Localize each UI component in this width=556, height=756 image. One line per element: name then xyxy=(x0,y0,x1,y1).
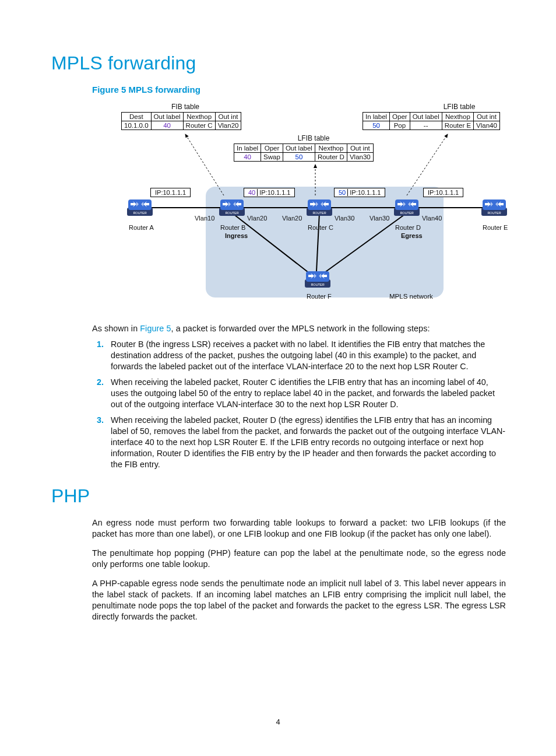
php-para-1: An egress node must perform two forwardi… xyxy=(92,517,506,540)
packet-ip: IP:10.1.1.1 xyxy=(426,189,460,196)
packet-b: 40 IP:10.1.1.1 xyxy=(244,188,295,197)
cell: Out int xyxy=(347,144,373,153)
cell: 10.1.0.0 xyxy=(122,121,152,130)
packet-label: 50 xyxy=(337,189,348,196)
cell: Vlan20 xyxy=(215,121,241,130)
packet-ip: IP:10.1.1.1 xyxy=(153,189,188,196)
figure-mpls-forwarding: FIB table LFIB table LFIB table Dest Out… xyxy=(75,99,506,315)
step-3: When receiving the labeled packet, Route… xyxy=(106,415,506,470)
heading-mpls-forwarding: MPLS forwarding xyxy=(51,52,506,74)
cell: Nexthop xyxy=(315,144,347,153)
step-1: Router B (the ingress LSR) receives a pa… xyxy=(106,339,506,372)
packet-ip: IP:10.1.1.1 xyxy=(348,189,382,196)
lfib-c-table: In label Oper Out label Nexthop Out int … xyxy=(234,144,374,162)
router-b-role: Ingress xyxy=(225,232,248,239)
cell: 40 xyxy=(234,153,261,162)
lfib-c-title: LFIB table xyxy=(284,134,343,142)
router-f-label: Router F xyxy=(307,293,332,300)
port-d-out: Vlan40 xyxy=(422,215,442,222)
page-number: 4 xyxy=(0,718,556,726)
router-d-label: Router D xyxy=(395,224,421,231)
mpls-network-label: MPLS network xyxy=(389,293,433,300)
port-d-in: Vlan30 xyxy=(370,215,389,222)
cell: Vlan30 xyxy=(347,153,373,162)
port-b-out: Vlan20 xyxy=(247,215,267,222)
port-c-in: Vlan20 xyxy=(282,215,302,222)
cell: Out label xyxy=(151,113,183,121)
cell: Swap xyxy=(261,153,283,162)
router-e-label: Router E xyxy=(483,224,508,231)
packet-a: IP:10.1.1.1 xyxy=(150,188,191,197)
cell: Nexthop xyxy=(183,113,215,121)
packet-ip: IP:10.1.1.1 xyxy=(258,189,292,196)
cell: Out label xyxy=(410,113,442,121)
packet-c: 50 IP:10.1.1.1 xyxy=(334,188,385,197)
fib-table: Dest Out label Nexthop Out int 10.1.0.0 … xyxy=(121,112,241,130)
router-a-icon xyxy=(127,200,153,216)
cell: -- xyxy=(410,121,442,130)
text: As shown in xyxy=(92,324,140,333)
cell: Oper xyxy=(390,113,410,121)
figure-caption: Figure 5 MPLS forwarding xyxy=(92,85,506,94)
text: , a packet is forwarded over the MPLS ne… xyxy=(171,324,430,333)
figure-ref-link[interactable]: Figure 5 xyxy=(140,324,171,333)
port-b-in: Vlan10 xyxy=(195,215,214,222)
intro-paragraph: As shown in Figure 5, a packet is forwar… xyxy=(92,323,506,334)
router-f-icon xyxy=(305,271,330,288)
cell: Nexthop xyxy=(442,113,473,121)
cell: Vlan40 xyxy=(474,121,500,130)
cell: Out int xyxy=(474,113,500,121)
cell: 50 xyxy=(363,121,390,130)
cell: Out label xyxy=(283,144,315,153)
lfib-d-table: In label Oper Out label Nexthop Out int … xyxy=(363,112,500,130)
cell: 50 xyxy=(283,153,315,162)
lfib-d-title: LFIB table xyxy=(424,103,494,111)
router-b-label: Router B xyxy=(220,224,245,231)
router-d-role: Egress xyxy=(401,232,423,239)
cell: Router D xyxy=(315,153,347,162)
cell: Router C xyxy=(183,121,215,130)
cell: In label xyxy=(234,144,261,153)
php-para-2: The penultimate hop popping (PHP) featur… xyxy=(92,548,506,570)
router-a-label: Router A xyxy=(129,224,154,231)
cell: In label xyxy=(363,113,390,121)
step-2: When receiving the labeled packet, Route… xyxy=(106,377,506,410)
packet-d: IP:10.1.1.1 xyxy=(423,188,463,197)
router-d-icon xyxy=(394,200,420,216)
heading-php: PHP xyxy=(51,485,506,507)
router-e-icon xyxy=(481,200,507,216)
router-c-label: Router C xyxy=(308,224,333,231)
router-b-icon xyxy=(219,200,245,216)
steps-list: Router B (the ingress LSR) receives a pa… xyxy=(92,339,506,470)
cell: Out int xyxy=(215,113,241,121)
cell: Oper xyxy=(261,144,283,153)
fib-table-title: FIB table xyxy=(150,103,220,111)
port-c-out: Vlan30 xyxy=(335,215,354,222)
router-c-icon xyxy=(307,200,332,216)
cell: 40 xyxy=(151,121,183,130)
cell: Router E xyxy=(442,121,473,130)
cell: Dest xyxy=(122,113,152,121)
packet-label: 40 xyxy=(247,189,258,196)
php-para-3: A PHP-capable egress node sends the penu… xyxy=(92,578,506,622)
cell: Pop xyxy=(390,121,410,130)
